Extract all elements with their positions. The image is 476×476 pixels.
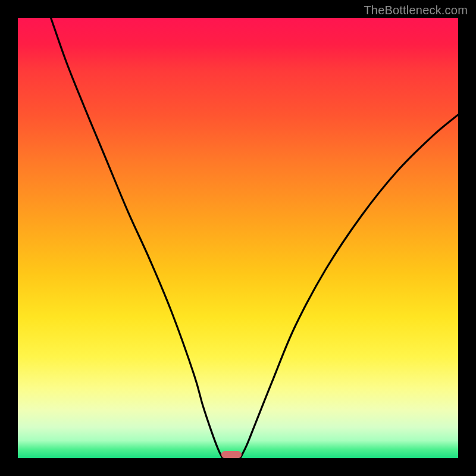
chart-curves bbox=[18, 18, 458, 458]
chart-frame: TheBottleneck.com bbox=[0, 0, 476, 476]
bottleneck-marker bbox=[221, 451, 241, 458]
watermark-text: TheBottleneck.com bbox=[364, 4, 468, 17]
left-curve bbox=[51, 18, 223, 458]
chart-plot-area bbox=[18, 18, 458, 458]
right-curve bbox=[240, 115, 458, 458]
